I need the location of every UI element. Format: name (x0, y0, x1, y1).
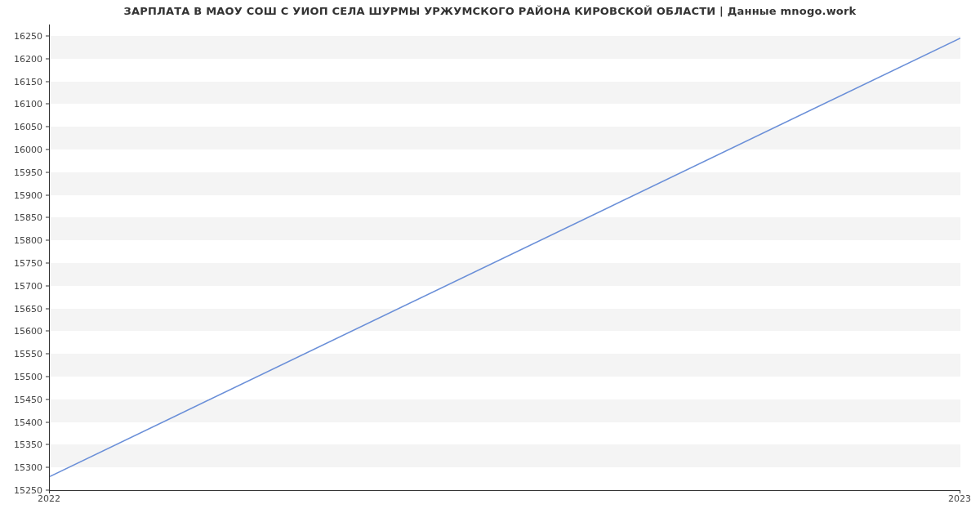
y-tick-label: 15950 (0, 167, 49, 176)
y-tick-label: 15650 (0, 304, 49, 313)
y-tick-label: 16050 (0, 123, 49, 132)
y-tick-label: 15500 (0, 372, 49, 381)
y-tick-label: 16150 (0, 77, 49, 86)
y-tick-label: 15300 (0, 463, 49, 472)
y-tick-mark (46, 240, 49, 241)
y-tick-mark (46, 217, 49, 218)
y-tick-mark (46, 285, 49, 286)
y-tick-label: 16100 (0, 100, 49, 109)
y-tick-label: 15450 (0, 395, 49, 404)
y-tick-label: 15600 (0, 327, 49, 336)
y-tick-label: 15900 (0, 190, 49, 199)
x-tick-label: 2023 (948, 493, 971, 504)
y-tick-mark (46, 81, 49, 82)
y-tick-label: 15800 (0, 236, 49, 245)
y-tick-mark (46, 127, 49, 127)
y-tick-label: 15850 (0, 213, 49, 222)
chart-title: ЗАРПЛАТА В МАОУ СОШ С УИОП СЕЛА ШУРМЫ УР… (0, 5, 980, 17)
y-tick-mark (46, 35, 49, 36)
y-tick-label: 16250 (0, 31, 49, 40)
y-tick-label: 16200 (0, 54, 49, 63)
y-tick-mark (46, 194, 49, 195)
x-tick-mark (960, 490, 960, 493)
plot-area (49, 25, 960, 491)
y-tick-mark (46, 104, 49, 105)
y-tick-mark (46, 262, 49, 263)
y-tick-mark (46, 149, 49, 149)
x-tick-mark (49, 490, 50, 493)
x-tick-label: 2022 (38, 493, 60, 504)
series-line (50, 38, 960, 477)
y-tick-label: 15750 (0, 258, 49, 267)
y-tick-mark (46, 467, 49, 468)
y-tick-label: 16000 (0, 145, 49, 154)
y-tick-mark (46, 354, 49, 355)
y-tick-mark (46, 331, 49, 332)
y-tick-mark (46, 444, 49, 445)
line-layer (50, 25, 960, 490)
y-tick-mark (46, 172, 49, 172)
chart-container: ЗАРПЛАТА В МАОУ СОШ С УИОП СЕЛА ШУРМЫ УР… (0, 0, 980, 531)
y-tick-mark (46, 376, 49, 377)
y-tick-label: 15700 (0, 281, 49, 290)
y-tick-mark (46, 422, 49, 422)
y-tick-mark (46, 308, 49, 309)
y-tick-label: 15350 (0, 440, 49, 449)
y-tick-mark (46, 58, 49, 59)
y-tick-label: 15550 (0, 350, 49, 359)
y-tick-label: 15400 (0, 417, 49, 426)
y-tick-mark (46, 399, 49, 399)
